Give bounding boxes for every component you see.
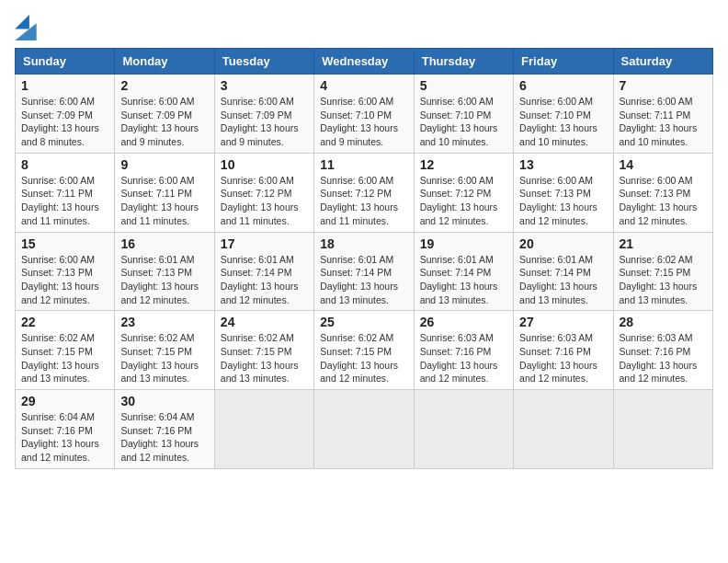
day-info: Sunrise: 6:01 AM Sunset: 7:14 PM Dayligh…: [519, 253, 607, 307]
calendar-cell: 27 Sunrise: 6:03 AM Sunset: 7:16 PM Dayl…: [514, 311, 613, 390]
day-number: 21: [620, 236, 707, 251]
calendar-cell: [414, 390, 513, 469]
calendar-cell: 22 Sunrise: 6:02 AM Sunset: 7:15 PM Dayl…: [16, 311, 115, 390]
day-number: 23: [120, 315, 208, 329]
day-info: Sunrise: 6:00 AM Sunset: 7:12 PM Dayligh…: [420, 174, 507, 228]
day-number: 26: [420, 315, 507, 329]
day-number: 30: [120, 394, 208, 408]
day-info: Sunrise: 6:00 AM Sunset: 7:11 PM Dayligh…: [120, 174, 208, 228]
calendar-cell: 10 Sunrise: 6:00 AM Sunset: 7:12 PM Dayl…: [214, 153, 313, 232]
day-info: Sunrise: 6:02 AM Sunset: 7:15 PM Dayligh…: [620, 253, 707, 307]
weekday-header-wednesday: Wednesday: [314, 49, 414, 75]
day-number: 3: [221, 78, 308, 93]
day-info: Sunrise: 6:01 AM Sunset: 7:14 PM Dayligh…: [420, 253, 507, 307]
day-info: Sunrise: 6:00 AM Sunset: 7:10 PM Dayligh…: [420, 95, 507, 149]
day-number: 5: [420, 78, 507, 93]
day-number: 11: [320, 157, 407, 172]
day-number: 6: [519, 78, 607, 93]
day-info: Sunrise: 6:04 AM Sunset: 7:16 PM Dayligh…: [120, 410, 208, 465]
calendar-cell: 17 Sunrise: 6:01 AM Sunset: 7:14 PM Dayl…: [214, 232, 313, 311]
calendar-cell: 23 Sunrise: 6:02 AM Sunset: 7:15 PM Dayl…: [115, 311, 214, 390]
calendar-cell: 2 Sunrise: 6:00 AM Sunset: 7:09 PM Dayli…: [115, 75, 214, 154]
calendar-cell: [514, 390, 613, 469]
day-number: 13: [519, 157, 607, 172]
calendar-cell: 7 Sunrise: 6:00 AM Sunset: 7:11 PM Dayli…: [613, 75, 712, 154]
day-info: Sunrise: 6:01 AM Sunset: 7:14 PM Dayligh…: [320, 253, 407, 307]
day-info: Sunrise: 6:00 AM Sunset: 7:10 PM Dayligh…: [519, 95, 607, 149]
day-number: 28: [620, 315, 707, 329]
day-info: Sunrise: 6:03 AM Sunset: 7:16 PM Dayligh…: [519, 331, 607, 385]
day-info: Sunrise: 6:00 AM Sunset: 7:11 PM Dayligh…: [21, 174, 108, 228]
calendar-cell: 11 Sunrise: 6:00 AM Sunset: 7:12 PM Dayl…: [314, 153, 414, 232]
day-number: 10: [221, 157, 308, 172]
calendar-cell: 12 Sunrise: 6:00 AM Sunset: 7:12 PM Dayl…: [414, 153, 513, 232]
logo: [15, 15, 40, 40]
calendar-week-row: 15 Sunrise: 6:00 AM Sunset: 7:13 PM Dayl…: [16, 232, 713, 311]
day-number: 27: [519, 315, 607, 329]
calendar-cell: 28 Sunrise: 6:03 AM Sunset: 7:16 PM Dayl…: [613, 311, 712, 390]
calendar-cell: 13 Sunrise: 6:00 AM Sunset: 7:13 PM Dayl…: [514, 153, 613, 232]
day-number: 24: [221, 315, 308, 329]
calendar-cell: 18 Sunrise: 6:01 AM Sunset: 7:14 PM Dayl…: [314, 232, 414, 311]
calendar-cell: 6 Sunrise: 6:00 AM Sunset: 7:10 PM Dayli…: [514, 75, 613, 154]
day-info: Sunrise: 6:00 AM Sunset: 7:12 PM Dayligh…: [221, 174, 308, 228]
weekday-header-tuesday: Tuesday: [214, 49, 313, 75]
day-info: Sunrise: 6:00 AM Sunset: 7:12 PM Dayligh…: [320, 174, 407, 228]
weekday-header-sunday: Sunday: [16, 49, 115, 75]
calendar-cell: 29 Sunrise: 6:04 AM Sunset: 7:16 PM Dayl…: [16, 390, 115, 469]
calendar-cell: 5 Sunrise: 6:00 AM Sunset: 7:10 PM Dayli…: [414, 75, 513, 154]
day-number: 4: [320, 78, 407, 93]
weekday-header-friday: Friday: [514, 49, 613, 75]
calendar-week-row: 29 Sunrise: 6:04 AM Sunset: 7:16 PM Dayl…: [16, 390, 713, 469]
day-info: Sunrise: 6:00 AM Sunset: 7:13 PM Dayligh…: [519, 174, 607, 228]
calendar-cell: 19 Sunrise: 6:01 AM Sunset: 7:14 PM Dayl…: [414, 232, 513, 311]
day-number: 12: [420, 157, 507, 172]
calendar-week-row: 22 Sunrise: 6:02 AM Sunset: 7:15 PM Dayl…: [16, 311, 713, 390]
day-info: Sunrise: 6:04 AM Sunset: 7:16 PM Dayligh…: [21, 410, 108, 465]
day-number: 25: [320, 315, 407, 329]
calendar-week-row: 8 Sunrise: 6:00 AM Sunset: 7:11 PM Dayli…: [16, 153, 713, 232]
day-info: Sunrise: 6:02 AM Sunset: 7:15 PM Dayligh…: [120, 331, 208, 385]
calendar-cell: [214, 390, 313, 469]
day-info: Sunrise: 6:00 AM Sunset: 7:13 PM Dayligh…: [21, 253, 108, 307]
day-info: Sunrise: 6:00 AM Sunset: 7:09 PM Dayligh…: [221, 95, 308, 149]
calendar-cell: 24 Sunrise: 6:02 AM Sunset: 7:15 PM Dayl…: [214, 311, 313, 390]
day-number: 19: [420, 236, 507, 251]
calendar-cell: 30 Sunrise: 6:04 AM Sunset: 7:16 PM Dayl…: [115, 390, 214, 469]
calendar-header-row: SundayMondayTuesdayWednesdayThursdayFrid…: [16, 49, 713, 75]
day-number: 29: [21, 394, 108, 408]
day-number: 22: [21, 315, 108, 329]
day-number: 17: [221, 236, 308, 251]
day-number: 16: [120, 236, 208, 251]
day-number: 9: [120, 157, 208, 172]
day-number: 18: [320, 236, 407, 251]
calendar-week-row: 1 Sunrise: 6:00 AM Sunset: 7:09 PM Dayli…: [16, 75, 713, 154]
calendar-cell: 20 Sunrise: 6:01 AM Sunset: 7:14 PM Dayl…: [514, 232, 613, 311]
day-number: 8: [21, 157, 108, 172]
day-info: Sunrise: 6:03 AM Sunset: 7:16 PM Dayligh…: [620, 331, 707, 385]
day-number: 1: [21, 78, 108, 93]
calendar-cell: 25 Sunrise: 6:02 AM Sunset: 7:15 PM Dayl…: [314, 311, 414, 390]
day-number: 20: [519, 236, 607, 251]
day-info: Sunrise: 6:00 AM Sunset: 7:13 PM Dayligh…: [620, 174, 707, 228]
day-info: Sunrise: 6:00 AM Sunset: 7:09 PM Dayligh…: [21, 95, 108, 149]
day-info: Sunrise: 6:00 AM Sunset: 7:09 PM Dayligh…: [120, 95, 208, 149]
calendar-cell: [314, 390, 414, 469]
calendar-cell: 16 Sunrise: 6:01 AM Sunset: 7:13 PM Dayl…: [115, 232, 214, 311]
day-number: 2: [120, 78, 208, 93]
day-number: 7: [620, 78, 707, 93]
svg-marker-1: [15, 15, 29, 29]
calendar-cell: 3 Sunrise: 6:00 AM Sunset: 7:09 PM Dayli…: [214, 75, 313, 154]
calendar-cell: 15 Sunrise: 6:00 AM Sunset: 7:13 PM Dayl…: [16, 232, 115, 311]
weekday-header-monday: Monday: [115, 49, 214, 75]
page-header: [15, 15, 713, 40]
logo-icon: [15, 15, 37, 40]
day-info: Sunrise: 6:02 AM Sunset: 7:15 PM Dayligh…: [320, 331, 407, 385]
day-info: Sunrise: 6:03 AM Sunset: 7:16 PM Dayligh…: [420, 331, 507, 385]
calendar-cell: 26 Sunrise: 6:03 AM Sunset: 7:16 PM Dayl…: [414, 311, 513, 390]
calendar-cell: [613, 390, 712, 469]
day-info: Sunrise: 6:02 AM Sunset: 7:15 PM Dayligh…: [221, 331, 308, 385]
day-info: Sunrise: 6:00 AM Sunset: 7:10 PM Dayligh…: [320, 95, 407, 149]
calendar-cell: 9 Sunrise: 6:00 AM Sunset: 7:11 PM Dayli…: [115, 153, 214, 232]
calendar-cell: 1 Sunrise: 6:00 AM Sunset: 7:09 PM Dayli…: [16, 75, 115, 154]
